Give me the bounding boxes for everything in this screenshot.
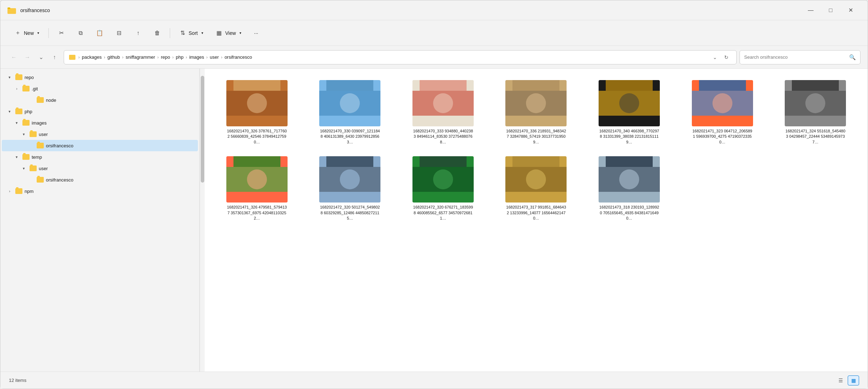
svg-rect-34 [233, 156, 280, 167]
sidebar-label-orsifrancesco2: orsifrancesco [46, 177, 73, 183]
file-name: 1682021473_317 991851_6846432 13233996_1… [505, 205, 567, 221]
dropdown-button[interactable]: ⌄ [35, 51, 47, 64]
file-thumbnail [412, 80, 474, 126]
sidebar-label-git: .git [32, 86, 38, 91]
new-button[interactable]: ＋ New ▾ [9, 25, 45, 41]
svg-point-9 [340, 93, 360, 113]
svg-rect-30 [792, 80, 839, 91]
file-item[interactable]: 1682021471_326 479581_5794137 357301367_… [213, 153, 301, 224]
expand-icon: ▾ [13, 119, 20, 126]
file-item[interactable]: 1682021471_324 551618_5454803 04298457_2… [772, 77, 859, 148]
share-button[interactable]: ↑ [129, 25, 147, 41]
grid-view-button[interactable]: ▦ [848, 375, 859, 385]
svg-point-37 [340, 169, 360, 189]
breadcrumb-repo[interactable]: repo [159, 54, 172, 61]
list-view-button[interactable]: ☰ [835, 375, 846, 385]
expand-icon: ▾ [13, 153, 20, 161]
nav-bar: ← → ⌄ ↑ › packages › github › sniffagram… [0, 46, 868, 69]
copy-button[interactable]: ⧉ [72, 25, 89, 41]
file-name: 1682021470_330 039097_1211848 406131389_… [319, 128, 380, 145]
delete-button[interactable]: 🗑 [148, 25, 166, 41]
share-icon: ↑ [135, 30, 141, 36]
breadcrumb-user[interactable]: user [209, 54, 220, 61]
sidebar-scrollbar[interactable] [200, 69, 205, 372]
breadcrumb-github[interactable]: github [106, 54, 121, 61]
view-button[interactable]: ▦ View ▾ [210, 25, 247, 41]
rename-button[interactable]: ⊟ [110, 25, 128, 41]
rename-icon: ⊟ [116, 30, 122, 36]
refresh-button[interactable]: ↻ [721, 52, 731, 62]
breadcrumb-sniffagrammer[interactable]: sniffagrammer [124, 54, 157, 61]
sidebar-item-images[interactable]: ▾ images [2, 117, 198, 128]
view-icon: ▦ [216, 30, 222, 36]
address-bar-actions: ⌄ ↻ [710, 52, 731, 62]
expand-icon: ▾ [20, 165, 27, 172]
close-button[interactable]: ✕ [841, 3, 861, 17]
paste-button[interactable]: 📋 [91, 25, 109, 41]
sidebar-item-temp[interactable]: ▾ temp [2, 151, 198, 163]
more-button[interactable]: ··· [248, 25, 264, 41]
svg-rect-26 [699, 80, 746, 91]
breadcrumb-images[interactable]: images [188, 54, 206, 61]
maximize-button[interactable]: □ [821, 3, 841, 17]
folder-icon-images [22, 120, 30, 126]
sidebar-item-orsifrancesco-active[interactable]: › orsifrancesco [2, 140, 198, 151]
file-item[interactable]: 1682021470_336 218931_9483427 32847886_5… [493, 77, 580, 148]
sidebar-item-orsifrancesco2[interactable]: › orsifrancesco [2, 174, 198, 185]
file-item[interactable]: 1682021471_323 064712_2065891 596939700_… [679, 77, 766, 148]
search-input[interactable] [744, 54, 846, 60]
cut-button[interactable]: ✂ [52, 25, 70, 41]
minimize-button[interactable]: — [801, 3, 821, 17]
breadcrumb-php[interactable]: php [174, 54, 185, 61]
file-item[interactable]: 1682021470_330 039097_1211848 406131389_… [306, 77, 394, 148]
file-thumbnail [226, 80, 288, 126]
view-toggle-buttons: ☰ ▦ [835, 375, 859, 385]
file-item[interactable]: 1682021473_318 230193_1289920 705165645_… [585, 153, 673, 224]
file-item[interactable]: 1682021473_317 991851_6846432 13233996_1… [493, 153, 580, 224]
file-name: 1682021473_318 230193_1289920 705165645_… [599, 205, 660, 221]
back-button[interactable]: ← [7, 51, 20, 64]
up-button[interactable]: ↑ [48, 51, 61, 64]
svg-rect-50 [606, 156, 653, 167]
sidebar-item-repo[interactable]: ▾ repo [2, 72, 198, 83]
sidebar-item-php[interactable]: ▾ php [2, 106, 198, 117]
file-grid: 1682021470_326 378761_7177602 56660839_4… [213, 77, 859, 224]
forward-button[interactable]: → [21, 51, 34, 64]
sidebar-item-user2[interactable]: ▾ user [2, 163, 198, 174]
breadcrumb-orsifrancesco[interactable]: orsifrancesco [223, 54, 253, 61]
plus-icon: ＋ [15, 30, 21, 36]
sidebar-item-npm[interactable]: › npm [2, 185, 198, 197]
delete-icon: 🗑 [154, 30, 161, 36]
file-item[interactable]: 1682021472_320 676271_1835998 460085562_… [399, 153, 487, 224]
file-thumbnail [599, 156, 660, 203]
address-bar[interactable]: › packages › github › sniffagrammer › re… [64, 50, 737, 64]
file-item[interactable]: 1682021470_326 378761_7177602 56660839_4… [213, 77, 301, 148]
toolbar-separator-1 [48, 28, 49, 38]
search-bar: 🔍 [740, 50, 861, 64]
sidebar-scrollbar-thumb[interactable] [201, 76, 204, 183]
svg-rect-46 [512, 156, 559, 167]
file-item[interactable]: 1682021470_340 466398_7702978 31331399_3… [585, 77, 673, 148]
sort-button[interactable]: ⇅ Sort ▾ [174, 25, 209, 41]
sidebar-label-user2: user [39, 166, 48, 171]
sidebar-item-node[interactable]: › node [2, 94, 198, 106]
file-name: 1682021472_320 676271_1835998 460085562_… [412, 205, 474, 221]
file-item[interactable]: 1682021472_320 501274_5498028 60329285_1… [306, 153, 394, 224]
folder-icon-node [37, 97, 44, 103]
breadcrumb-packages[interactable]: packages [80, 54, 103, 61]
file-name: 1682021471_323 064712_2065891 596939700_… [692, 128, 753, 145]
sidebar-item-git[interactable]: › .git [2, 83, 198, 94]
sidebar-label-node: node [46, 98, 56, 103]
file-thumbnail [692, 80, 753, 126]
svg-point-49 [619, 169, 639, 189]
svg-point-25 [712, 93, 732, 113]
file-thumbnail [505, 80, 567, 126]
expand-icon: › [6, 188, 13, 195]
address-dropdown-button[interactable]: ⌄ [710, 52, 720, 62]
main-area: ▾ repo › .git › node ▾ php [0, 69, 868, 372]
file-item[interactable]: 1682021470_333 934880_4402383 84946114_8… [399, 77, 487, 148]
svg-rect-6 [233, 80, 280, 91]
folder-icon-repo [15, 74, 22, 80]
sidebar-item-user[interactable]: ▾ user [2, 128, 198, 140]
svg-point-21 [619, 93, 639, 113]
